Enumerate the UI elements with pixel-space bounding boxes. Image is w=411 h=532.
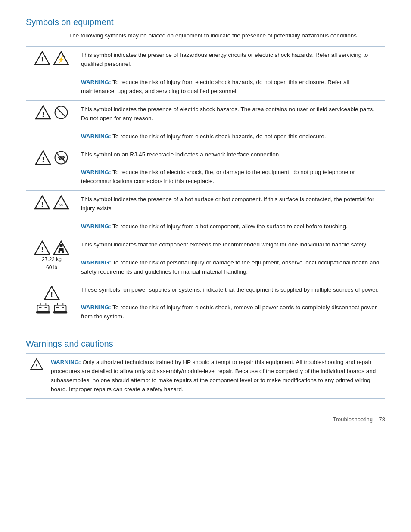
svg-rect-30 — [37, 305, 49, 311]
warning-text-authorized: WARNING: Only authorized technicians tra… — [47, 354, 385, 399]
svg-rect-40 — [62, 307, 64, 308]
svg-rect-33 — [39, 307, 41, 308]
weight-label-lb: 60 lb — [29, 264, 74, 271]
svg-text:!: ! — [42, 110, 44, 118]
warning-row-authorized: ! WARNING: Only authorized technicians t… — [26, 354, 385, 399]
svg-line-11 — [57, 108, 65, 117]
symbol-text-weight: This symbol indicates that the component… — [78, 236, 385, 281]
symbol-row-rj45: ! ☎ This symbol on an RJ-45 receptacle i… — [26, 146, 385, 191]
svg-text:!: ! — [42, 156, 44, 164]
weight-label-kg: 27.22 kg — [29, 256, 74, 263]
svg-text:!: ! — [36, 363, 38, 369]
warnings-table: ! WARNING: Only authorized technicians t… — [26, 353, 385, 399]
svg-rect-34 — [45, 307, 47, 308]
svg-rect-36 — [55, 305, 66, 311]
svg-text:!: ! — [41, 246, 44, 254]
symbol-text-hot: This symbol indicates the presence of a … — [78, 191, 385, 236]
symbol-row-hazardous: ! ⚡ This symbol indicates the presence o… — [26, 47, 385, 101]
svg-rect-25 — [59, 248, 63, 251]
symbol-icon-weight: ! 27.22 kg 60 lb — [26, 236, 78, 281]
symbols-table: ! ⚡ This symbol indicates the presence o… — [26, 46, 385, 326]
symbol-row-weight: ! 27.22 kg 60 lb This symbol indicates t… — [26, 236, 385, 281]
svg-rect-27 — [62, 251, 64, 253]
symbol-text-power: These symbols, on power supplies or syst… — [78, 281, 385, 326]
warnings-section: Warnings and cautions ! WARNING: Only au… — [26, 339, 385, 399]
symbol-text-rj45: This symbol on an RJ-45 receptacle indic… — [78, 146, 385, 191]
footer-text: Troubleshooting — [333, 416, 373, 423]
symbol-icon-rj45: ! ☎ — [26, 146, 78, 191]
svg-text:⚡: ⚡ — [57, 56, 65, 64]
svg-rect-39 — [56, 307, 59, 308]
symbol-row-power: ! — [26, 281, 385, 326]
svg-text:!: ! — [50, 291, 53, 299]
symbol-row-hot: ! ≋ This symbol indicates the presence o… — [26, 191, 385, 236]
svg-text:!: ! — [41, 201, 44, 209]
footer: Troubleshooting 78 — [26, 416, 385, 423]
warning-icon-authorized: ! — [26, 354, 47, 399]
symbols-intro: The following symbols may be placed on e… — [69, 31, 385, 40]
symbols-section-title: Symbols on equipment — [26, 17, 385, 27]
svg-text:!: ! — [41, 56, 44, 65]
symbol-icon-power: ! — [26, 281, 78, 326]
symbol-icon-hazardous: ! ⚡ — [26, 47, 78, 101]
svg-rect-35 — [36, 311, 50, 314]
symbol-row-no-service: ! This symbol indicates the presence of … — [26, 100, 385, 146]
footer-page: 78 — [379, 416, 385, 423]
svg-rect-26 — [58, 251, 60, 253]
warnings-section-title: Warnings and cautions — [26, 339, 385, 349]
symbol-text-hazardous: This symbol indicates the presence of ha… — [78, 47, 385, 101]
svg-rect-41 — [53, 311, 67, 314]
symbol-icon-no-service: ! — [26, 100, 78, 146]
svg-text:≋: ≋ — [59, 202, 63, 208]
symbol-text-no-service: This symbol indicates the presence of el… — [78, 100, 385, 146]
svg-point-24 — [59, 244, 63, 247]
symbol-icon-hot: ! ≋ — [26, 191, 78, 236]
